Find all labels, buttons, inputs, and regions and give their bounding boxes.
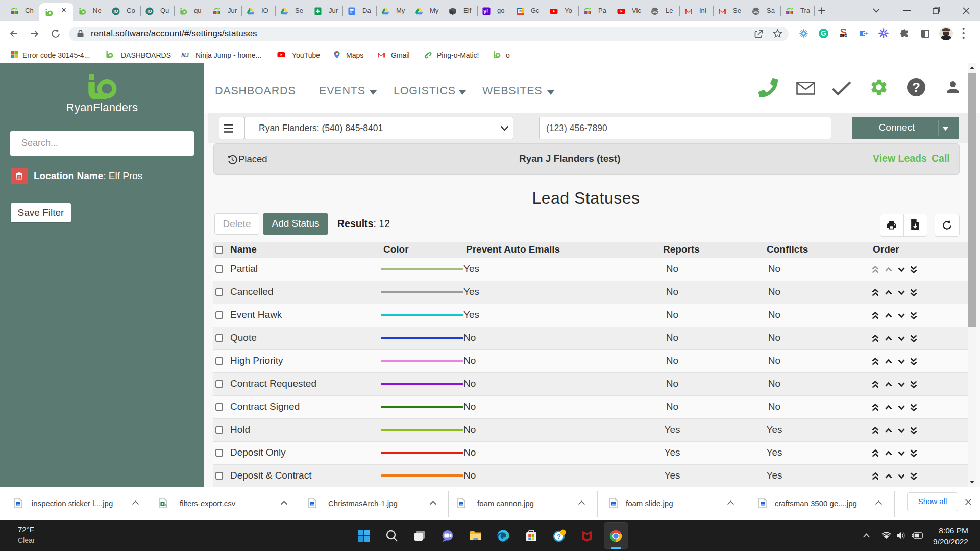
svg-text:y!: y!	[484, 9, 488, 14]
svg-text:IO: IO	[148, 9, 152, 14]
svg-text:?: ?	[557, 533, 561, 540]
svg-text:J: J	[185, 52, 189, 59]
svg-text:20: 20	[518, 9, 522, 13]
svg-text:IO: IO	[114, 9, 118, 14]
